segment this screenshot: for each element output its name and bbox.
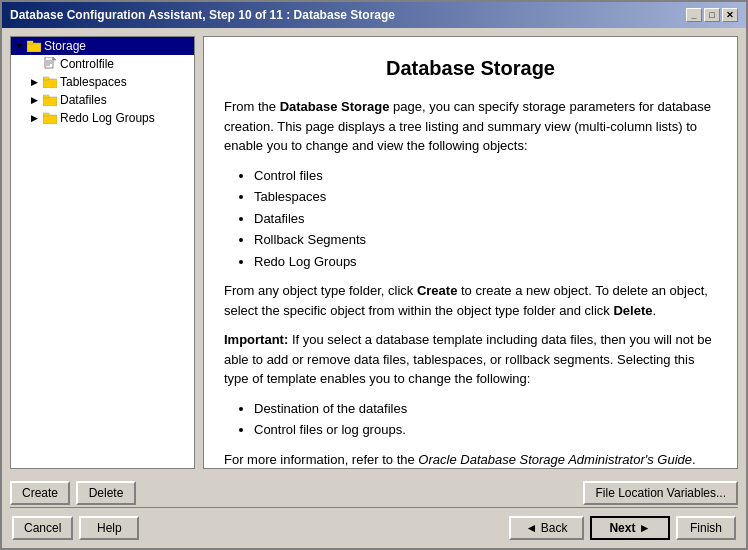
tree-action-buttons: Create Delete [10, 481, 136, 505]
tree-label-controlfile: Controlfile [60, 57, 114, 71]
file-location-area: File Location Variables... [583, 481, 738, 505]
svg-rect-13 [44, 95, 49, 97]
bottom-area: Create Delete File Location Variables...… [2, 477, 746, 548]
objects-list: Control files Tablespaces Datafiles Roll… [254, 166, 717, 272]
svg-marker-4 [53, 57, 56, 60]
template-list: Destination of the datafiles Control fil… [254, 399, 717, 440]
bold-create: Create [417, 283, 457, 298]
svg-rect-3 [45, 57, 53, 68]
delete-button[interactable]: Delete [76, 481, 136, 505]
maximize-button[interactable]: □ [704, 8, 720, 22]
svg-rect-14 [43, 115, 57, 124]
svg-rect-10 [44, 77, 49, 79]
bold-delete: Delete [613, 303, 652, 318]
svg-rect-2 [28, 41, 33, 43]
guide-reference: Oracle Database Storage Administrator's … [418, 452, 692, 467]
tree-item-storage[interactable]: ▼ Storage [11, 37, 194, 55]
reference-paragraph: For more information, refer to the Oracl… [224, 450, 717, 470]
list-item-redo: Redo Log Groups [254, 252, 717, 272]
svg-rect-8 [43, 79, 57, 88]
next-button[interactable]: Next ► [590, 516, 670, 540]
expand-icon-storage: ▼ [15, 41, 25, 51]
list-item-destination: Destination of the datafiles [254, 399, 717, 419]
tree-label-tablespaces: Tablespaces [60, 75, 127, 89]
minimize-button[interactable]: _ [686, 8, 702, 22]
bold-important: Important: [224, 332, 288, 347]
content-area: ▼ Storage [2, 28, 746, 477]
help-button[interactable]: Help [79, 516, 139, 540]
list-item-datafiles: Datafiles [254, 209, 717, 229]
expand-icon-tablespaces: ▶ [31, 77, 41, 87]
expand-icon-redologgroups: ▶ [31, 113, 41, 123]
file-icon-controlfile [42, 56, 58, 72]
intro-paragraph: From the Database Storage page, you can … [224, 97, 717, 156]
tree-item-redologgroups[interactable]: ▶ Redo Log Groups [11, 109, 194, 127]
window-controls: _ □ ✕ [686, 8, 738, 22]
folder-icon-tablespaces [42, 74, 58, 90]
finish-button[interactable]: Finish [676, 516, 736, 540]
bold-database-storage: Database Storage [280, 99, 390, 114]
close-button[interactable]: ✕ [722, 8, 738, 22]
svg-rect-0 [27, 43, 41, 52]
cancel-button[interactable]: Cancel [12, 516, 73, 540]
tree-label-datafiles: Datafiles [60, 93, 107, 107]
nav-left-buttons: Cancel Help [12, 516, 139, 540]
navigation-buttons: Cancel Help ◄ Back Next ► Finish [2, 508, 746, 548]
important-paragraph: Important: If you select a database temp… [224, 330, 717, 389]
tree-panel: ▼ Storage [10, 36, 195, 469]
main-window: Database Configuration Assistant, Step 1… [0, 0, 748, 550]
create-button[interactable]: Create [10, 481, 70, 505]
back-arrow-icon: ◄ [526, 521, 538, 535]
nav-right-buttons: ◄ Back Next ► Finish [509, 516, 736, 540]
file-location-variables-button[interactable]: File Location Variables... [583, 481, 738, 505]
folder-icon-redologgroups [42, 110, 58, 126]
page-title: Database Storage [224, 53, 717, 83]
tree-label-redologgroups: Redo Log Groups [60, 111, 155, 125]
back-button[interactable]: ◄ Back [509, 516, 584, 540]
create-delete-paragraph: From any object type folder, click Creat… [224, 281, 717, 320]
list-item-rollback: Rollback Segments [254, 230, 717, 250]
window-title: Database Configuration Assistant, Step 1… [10, 8, 395, 22]
expand-icon-datafiles: ▶ [31, 95, 41, 105]
list-item-controlfiles: Control files [254, 166, 717, 186]
back-label: Back [541, 521, 568, 535]
next-arrow-icon: ► [639, 521, 651, 535]
tree-label-storage: Storage [44, 39, 86, 53]
info-panel: Database Storage From the Database Stora… [203, 36, 738, 469]
folder-icon-storage [26, 38, 42, 54]
list-item-tablespaces: Tablespaces [254, 187, 717, 207]
title-bar: Database Configuration Assistant, Step 1… [2, 2, 746, 28]
tree-item-datafiles[interactable]: ▶ Datafiles [11, 91, 194, 109]
svg-rect-11 [43, 97, 57, 106]
tree-item-tablespaces[interactable]: ▶ Tablespaces [11, 73, 194, 91]
next-label: Next [609, 521, 635, 535]
folder-icon-datafiles [42, 92, 58, 108]
tree-item-controlfile[interactable]: Controlfile [11, 55, 194, 73]
svg-rect-16 [44, 113, 49, 115]
list-item-controlfiles-log: Control files or log groups. [254, 420, 717, 440]
